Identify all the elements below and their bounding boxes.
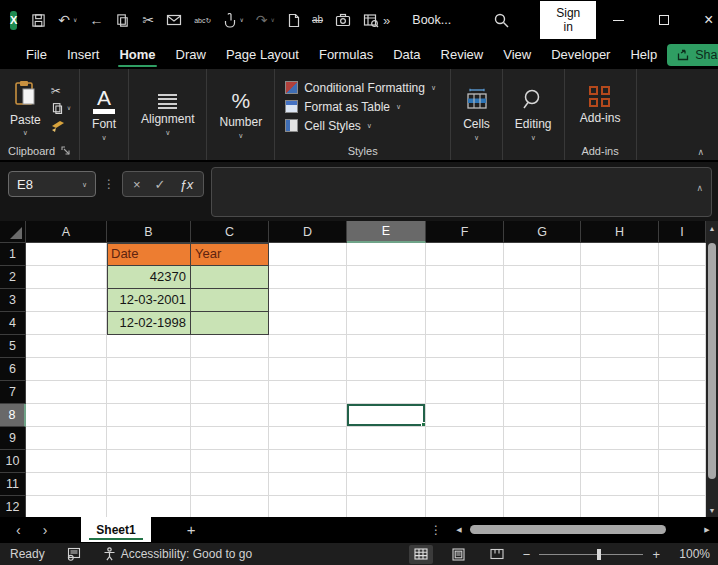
next-sheet-icon[interactable]: › — [43, 522, 48, 538]
qat-overflow-icon[interactable]: » — [383, 13, 390, 28]
vertical-scrollbar[interactable]: ▲ ▼ — [706, 221, 718, 517]
formula-input[interactable] — [211, 167, 712, 217]
cell-E10[interactable] — [347, 450, 426, 473]
name-box-kebab-icon[interactable]: ⋮ — [103, 177, 115, 191]
cell-E2[interactable] — [347, 266, 426, 289]
cell-E12[interactable] — [347, 496, 426, 517]
maximize-button[interactable] — [641, 0, 686, 40]
paste-button[interactable]: Paste ∨ — [10, 80, 41, 136]
sign-in-button[interactable]: Sign in — [540, 1, 596, 39]
cell-D1[interactable] — [269, 243, 347, 266]
undo-icon[interactable]: ↶∨ — [58, 13, 77, 27]
cell-F8[interactable] — [426, 404, 504, 427]
scroll-right-icon[interactable]: ▶ — [700, 526, 714, 534]
cell-I4[interactable] — [659, 312, 706, 335]
cell-D4[interactable] — [269, 312, 347, 335]
cell-H10[interactable] — [581, 450, 659, 473]
table-lookup-icon[interactable] — [363, 13, 379, 28]
formula-bar-collapse-icon[interactable]: ∧ — [696, 183, 703, 193]
cell-A10[interactable] — [26, 450, 107, 473]
copy-icon[interactable] — [115, 13, 130, 28]
cell-D8[interactable] — [269, 404, 347, 427]
cell-H5[interactable] — [581, 335, 659, 358]
cell-E4[interactable] — [347, 312, 426, 335]
cell-I5[interactable] — [659, 335, 706, 358]
cell-G5[interactable] — [504, 335, 581, 358]
cell-H7[interactable] — [581, 381, 659, 404]
page-layout-view-button[interactable] — [447, 545, 471, 564]
cell-H4[interactable] — [581, 312, 659, 335]
touch-mouse-mode-icon[interactable]: ∨ — [223, 13, 243, 28]
cell-G7[interactable] — [504, 381, 581, 404]
prev-sheet-icon[interactable]: ‹ — [16, 522, 21, 538]
sheet-tab-sheet1[interactable]: Sheet1 — [81, 517, 150, 542]
row-header-2[interactable]: 2 — [0, 266, 26, 289]
cell-D10[interactable] — [269, 450, 347, 473]
cell-D7[interactable] — [269, 381, 347, 404]
cell-H2[interactable] — [581, 266, 659, 289]
format-painter-icon[interactable] — [51, 120, 65, 133]
cell-F4[interactable] — [426, 312, 504, 335]
cell-C12[interactable] — [191, 496, 269, 517]
cell-B3[interactable]: 12-03-2001 — [107, 289, 191, 312]
cell-H8[interactable] — [581, 404, 659, 427]
cancel-icon[interactable]: × — [127, 177, 147, 192]
cell-C9[interactable] — [191, 427, 269, 450]
cell-A8[interactable] — [26, 404, 107, 427]
column-header-I[interactable]: I — [659, 221, 706, 243]
cell-A5[interactable] — [26, 335, 107, 358]
conditional-formatting-button[interactable]: Conditional Formatting∨ — [285, 81, 440, 95]
tab-view[interactable]: View — [493, 42, 541, 67]
cell-I8[interactable] — [659, 404, 706, 427]
cell-I7[interactable] — [659, 381, 706, 404]
column-header-C[interactable]: C — [191, 221, 269, 243]
cell-F11[interactable] — [426, 473, 504, 496]
column-header-A[interactable]: A — [26, 221, 107, 243]
cell-F9[interactable] — [426, 427, 504, 450]
cell-E1[interactable] — [347, 243, 426, 266]
cell-I11[interactable] — [659, 473, 706, 496]
row-header-8[interactable]: 8 — [0, 404, 26, 427]
cell-C10[interactable] — [191, 450, 269, 473]
cell-B11[interactable] — [107, 473, 191, 496]
excel-logo-icon[interactable]: X — [10, 11, 17, 30]
tab-formulas[interactable]: Formulas — [309, 42, 383, 67]
cell-B9[interactable] — [107, 427, 191, 450]
new-sheet-icon[interactable]: + — [187, 521, 196, 538]
page-break-preview-button[interactable] — [485, 545, 509, 564]
row-header-7[interactable]: 7 — [0, 381, 26, 404]
cell-D6[interactable] — [269, 358, 347, 381]
dialog-launcher-icon[interactable] — [61, 146, 71, 156]
column-header-G[interactable]: G — [504, 221, 581, 243]
close-button[interactable]: × — [686, 0, 718, 40]
cell-A9[interactable] — [26, 427, 107, 450]
cell-B8[interactable] — [107, 404, 191, 427]
cell-G1[interactable] — [504, 243, 581, 266]
select-all-button[interactable] — [0, 221, 26, 243]
cell-E9[interactable] — [347, 427, 426, 450]
cell-I3[interactable] — [659, 289, 706, 312]
format-as-table-button[interactable]: Format as Table∨ — [285, 100, 440, 114]
ribbon-cut-icon[interactable]: ✂ — [51, 85, 61, 97]
cell-I2[interactable] — [659, 266, 706, 289]
cell-B4[interactable]: 12-02-1998 — [107, 312, 191, 335]
cell-G12[interactable] — [504, 496, 581, 517]
row-header-9[interactable]: 9 — [0, 427, 26, 450]
tab-draw[interactable]: Draw — [166, 42, 216, 67]
cell-F5[interactable] — [426, 335, 504, 358]
normal-view-button[interactable] — [409, 545, 433, 564]
vertical-scroll-thumb[interactable] — [708, 243, 716, 479]
cell-H6[interactable] — [581, 358, 659, 381]
zoom-out-icon[interactable]: − — [523, 547, 531, 562]
cell-F7[interactable] — [426, 381, 504, 404]
cell-D9[interactable] — [269, 427, 347, 450]
cell-B6[interactable] — [107, 358, 191, 381]
zoom-level[interactable]: 100% — [674, 547, 710, 561]
cell-C4[interactable] — [191, 312, 269, 335]
cell-I12[interactable] — [659, 496, 706, 517]
cell-D2[interactable] — [269, 266, 347, 289]
zoom-in-icon[interactable]: + — [652, 547, 660, 562]
cell-D12[interactable] — [269, 496, 347, 517]
scroll-left-icon[interactable]: ◀ — [452, 526, 466, 534]
tab-home[interactable]: Home — [109, 42, 165, 67]
